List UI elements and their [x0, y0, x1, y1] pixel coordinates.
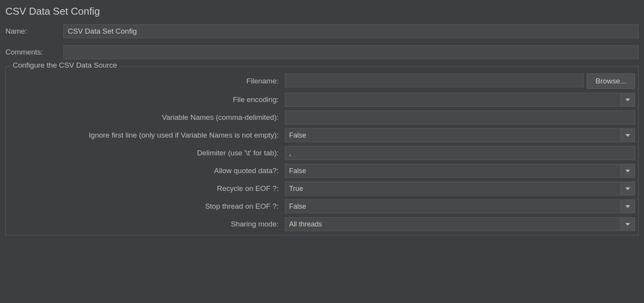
sharing-select[interactable]: All threads — [285, 217, 635, 231]
sharing-row: Sharing mode: All threads — [9, 217, 635, 231]
fieldset-legend: Configure the CSV Data Source — [10, 61, 119, 70]
delimiter-row: Delimiter (use '\t' for tab): — [9, 146, 635, 160]
csv-config-fieldset: Configure the CSV Data Source Filename: … — [5, 66, 639, 235]
varnames-input[interactable] — [285, 111, 635, 124]
filename-input[interactable] — [285, 73, 584, 87]
allow-quoted-row: Allow quoted data?: False — [9, 164, 635, 178]
allow-quoted-select[interactable]: False — [285, 164, 635, 178]
delimiter-label: Delimiter (use '\t' for tab): — [9, 149, 282, 157]
encoding-label: File encoding: — [9, 95, 282, 104]
chevron-down-icon[interactable] — [621, 93, 635, 106]
chevron-down-icon[interactable] — [621, 164, 635, 177]
stop-thread-select[interactable]: False — [285, 199, 635, 213]
comments-label: Comments: — [5, 48, 63, 56]
panel-title: CSV Data Set Config — [5, 5, 639, 17]
name-row: Name: — [5, 24, 639, 38]
chevron-down-icon[interactable] — [621, 218, 635, 231]
ignore-first-select[interactable]: False — [285, 128, 635, 142]
ignore-first-label: Ignore first line (only used if Variable… — [9, 131, 282, 140]
chevron-down-icon[interactable] — [621, 200, 635, 213]
recycle-label: Recycle on EOF ?: — [9, 184, 282, 193]
name-input[interactable] — [63, 24, 639, 38]
stop-thread-row: Stop thread on EOF ?: False — [9, 199, 635, 213]
name-label: Name: — [5, 27, 63, 36]
recycle-row: Recycle on EOF ?: True — [9, 182, 635, 196]
browse-button[interactable]: Browse... — [587, 73, 635, 89]
allow-quoted-value: False — [285, 164, 621, 177]
comments-input[interactable] — [63, 45, 639, 59]
filename-row: Filename: Browse... — [9, 73, 635, 89]
allow-quoted-label: Allow quoted data?: — [9, 167, 282, 175]
sharing-label: Sharing mode: — [9, 220, 282, 228]
comments-row: Comments: — [5, 45, 639, 59]
varnames-label: Variable Names (comma-delimited): — [9, 113, 282, 122]
stop-thread-label: Stop thread on EOF ?: — [9, 202, 282, 211]
recycle-select[interactable]: True — [285, 182, 635, 196]
chevron-down-icon[interactable] — [621, 129, 635, 142]
sharing-value: All threads — [285, 218, 621, 231]
encoding-value — [285, 93, 621, 106]
chevron-down-icon[interactable] — [621, 182, 635, 195]
encoding-row: File encoding: — [9, 93, 635, 107]
ignore-first-row: Ignore first line (only used if Variable… — [9, 128, 635, 142]
delimiter-input[interactable] — [285, 146, 635, 160]
recycle-value: True — [285, 182, 621, 195]
filename-label: Filename: — [9, 77, 282, 85]
stop-thread-value: False — [285, 200, 621, 213]
varnames-row: Variable Names (comma-delimited): — [9, 111, 635, 124]
ignore-first-value: False — [285, 129, 621, 142]
encoding-select[interactable] — [285, 93, 635, 107]
